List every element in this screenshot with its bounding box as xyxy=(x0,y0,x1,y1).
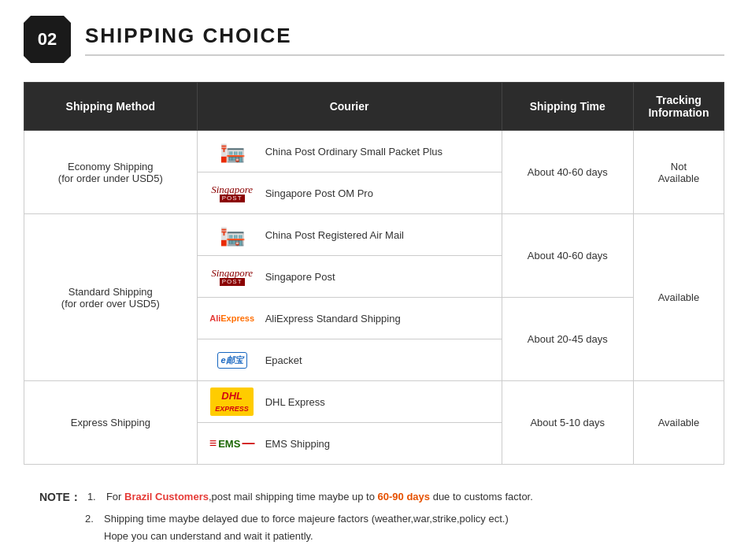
courier-name: China Post Registered Air Mail xyxy=(265,229,404,241)
courier-name: EMS Shipping xyxy=(265,438,330,450)
singapore-logo: Singapore POST xyxy=(209,179,256,207)
section-badge: 02 xyxy=(24,16,71,63)
table-row: Standard Shipping(for order over USD5) 🏣… xyxy=(24,214,724,256)
brazil-highlight: Brazil Customers xyxy=(124,491,209,503)
courier-name: Singapore Post OM Pro xyxy=(265,187,373,199)
standard-method: Standard Shipping(for order over USD5) xyxy=(24,214,198,381)
page-title: SHIPPING CHOICE xyxy=(85,24,724,56)
standard-courier-1: 🏣 China Post Registered Air Mail xyxy=(197,214,502,256)
note-1-text: For Brazil Customers,post mail shipping … xyxy=(106,488,533,507)
standard-time-2: About 20-45 days xyxy=(502,298,633,381)
ems-logo: ≡EMS— xyxy=(209,429,256,458)
courier-name: Epacket xyxy=(265,354,302,366)
header-tracking: Tracking Information xyxy=(633,83,724,131)
dhl-logo: DHLEXPRESS xyxy=(209,388,256,416)
shipping-table: Shipping Method Courier Shipping Time Tr… xyxy=(24,82,724,465)
notes-section: NOTE： 1. For Brazil Customers,post mail … xyxy=(24,480,724,556)
header-courier: Courier xyxy=(197,83,502,131)
standard-tracking: Available xyxy=(633,214,724,381)
economy-courier-2: Singapore POST Singapore Post OM Pro xyxy=(197,172,502,214)
days-highlight: 60-90 days xyxy=(378,491,431,503)
express-courier-2: ≡EMS— EMS Shipping xyxy=(197,423,502,465)
standard-courier-2: Singapore POST Singapore Post xyxy=(197,256,502,298)
header-method: Shipping Method xyxy=(24,83,198,131)
standard-courier-4: e邮宝 Epacket xyxy=(197,339,502,381)
standard-time-1: About 40-60 days xyxy=(502,214,633,298)
table-row: Express Shipping DHLEXPRESS DHL Express … xyxy=(24,381,724,423)
standard-courier-3: AliExpress AliExpress Standard Shipping xyxy=(197,298,502,339)
note-num-1: 1. xyxy=(87,488,100,507)
note-2: 2. Shipping time maybe delayed due to fo… xyxy=(85,510,709,545)
singapore-logo-2: Singapore POST xyxy=(209,262,256,291)
express-time: About 5-10 days xyxy=(502,381,633,465)
courier-name: Singapore Post xyxy=(265,271,335,283)
express-tracking: Available xyxy=(633,381,724,465)
table-header-row: Shipping Method Courier Shipping Time Tr… xyxy=(24,83,724,131)
note-label: NOTE： xyxy=(39,488,81,507)
courier-name: DHL Express xyxy=(265,396,325,408)
page-header: 02 SHIPPING CHOICE xyxy=(24,16,724,63)
chinapost-logo: 🏣 xyxy=(209,137,256,165)
aliexpress-logo: AliExpress xyxy=(209,304,256,332)
economy-tracking: NotAvailable xyxy=(633,131,724,214)
express-method: Express Shipping xyxy=(24,381,198,465)
note-1: NOTE： 1. For Brazil Customers,post mail … xyxy=(39,488,709,507)
economy-courier-1: 🏣 China Post Ordinary Small Packet Plus xyxy=(197,131,502,172)
chinapost-logo-2: 🏣 xyxy=(209,221,256,249)
courier-name: AliExpress Standard Shipping xyxy=(265,313,401,325)
note-2-text: Shipping time maybe delayed due to force… xyxy=(104,510,509,545)
header-time: Shipping Time xyxy=(502,83,633,131)
economy-method: Economy Shipping(for order under USD5) xyxy=(24,131,198,214)
courier-name: China Post Ordinary Small Packet Plus xyxy=(265,146,443,158)
economy-time: About 40-60 days xyxy=(502,131,633,214)
table-row: Economy Shipping(for order under USD5) 🏣… xyxy=(24,131,724,172)
express-courier-1: DHLEXPRESS DHL Express xyxy=(197,381,502,423)
note-num-2: 2. xyxy=(85,510,98,545)
epacket-logo: e邮宝 xyxy=(209,346,256,374)
